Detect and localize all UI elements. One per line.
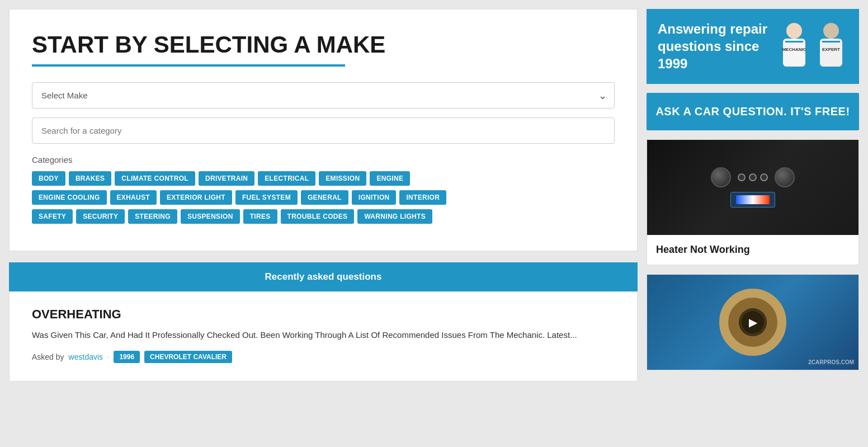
sidebar: Answering repair questions since 1999 ME…: [647, 9, 859, 382]
tag-exhaust[interactable]: EXHAUST: [110, 190, 157, 205]
categories-label: Categories: [32, 155, 615, 164]
select-make-dropdown[interactable]: Select Make Acura Audi BMW Chevrolet For…: [32, 82, 615, 109]
tag-security[interactable]: SECURITY: [76, 209, 125, 224]
person1-icon: MECHANIC: [777, 22, 811, 71]
tag-climate-control[interactable]: CLIMATE CONTROL: [115, 171, 195, 186]
question-excerpt: Was Given This Car, And Had It Professio…: [32, 328, 615, 342]
tag-steering[interactable]: STEERING: [128, 209, 177, 224]
brake-card: ▶ 2CARPROS.COM: [647, 274, 859, 370]
title-underline: [32, 64, 345, 67]
meta-dot: ·: [107, 353, 109, 361]
author-link[interactable]: westdavis: [69, 352, 103, 361]
categories-tags-row2: ENGINE COOLING EXHAUST EXTERIOR LIGHT FU…: [32, 190, 615, 205]
sidebar-banner: Answering repair questions since 1999 ME…: [647, 9, 859, 84]
person2-icon: EXPERT: [814, 22, 848, 71]
svg-point-0: [786, 23, 802, 39]
svg-text:MECHANIC: MECHANIC: [782, 47, 806, 52]
tag-drivetrain[interactable]: DRIVETRAIN: [199, 171, 254, 186]
main-content: START BY SELECTING A MAKE Select Make Ac…: [9, 9, 638, 382]
watermark: 2CARPROS.COM: [808, 359, 854, 365]
heater-controls-image: [647, 140, 858, 235]
tag-warning-lights[interactable]: WARNING LIGHTS: [357, 209, 432, 224]
tag-exterior-light[interactable]: EXTERIOR LIGHT: [160, 190, 232, 205]
svg-rect-6: [822, 41, 840, 43]
brake-image: ▶ 2CARPROS.COM: [647, 275, 858, 370]
recently-asked-bar: Recently asked questions: [9, 262, 638, 291]
tag-general[interactable]: GENERAL: [301, 190, 348, 205]
svg-point-4: [823, 23, 839, 39]
tag-trouble-codes[interactable]: TROUBLE CODES: [281, 209, 355, 224]
tag-interior[interactable]: INTERIOR: [399, 190, 446, 205]
question-title[interactable]: OVERHEATING: [32, 307, 615, 322]
select-make-wrapper: Select Make Acura Audi BMW Chevrolet For…: [32, 82, 615, 109]
heater-card-title[interactable]: Heater Not Working: [647, 235, 858, 265]
categories-tags-row3: SAFETY SECURITY STEERING SUSPENSION TIRE…: [32, 209, 615, 224]
year-badge[interactable]: 1996: [114, 351, 140, 363]
svg-rect-5: [820, 39, 842, 67]
tag-ignition[interactable]: IGNITION: [352, 190, 397, 205]
tag-body[interactable]: BODY: [32, 171, 65, 186]
tag-suspension[interactable]: SUSPENSION: [181, 209, 240, 224]
tag-emission[interactable]: EMISSION: [319, 171, 366, 186]
tag-fuel-system[interactable]: FUEL SYSTEM: [235, 190, 298, 205]
page-title: START BY SELECTING A MAKE: [32, 32, 615, 58]
make-selection-card: START BY SELECTING A MAKE Select Make Ac…: [9, 9, 638, 251]
tag-tires[interactable]: TIRES: [243, 209, 277, 224]
question-card: OVERHEATING Was Given This Car, And Had …: [9, 291, 638, 382]
svg-rect-2: [785, 41, 803, 43]
svg-text:EXPERT: EXPERT: [822, 47, 840, 52]
categories-tags: BODY BRAKES CLIMATE CONTROL DRIVETRAIN E…: [32, 171, 615, 186]
tag-engine[interactable]: ENGINE: [370, 171, 410, 186]
tag-electrical[interactable]: ELECTRICAL: [258, 171, 315, 186]
heater-card: Heater Not Working: [647, 139, 859, 265]
heater-image: [647, 140, 858, 235]
make-model-badge[interactable]: CHEVROLET CAVALIER: [144, 351, 232, 363]
tag-safety[interactable]: SAFETY: [32, 209, 73, 224]
tag-engine-cooling[interactable]: ENGINE COOLING: [32, 190, 107, 205]
asked-by-label: Asked by: [32, 352, 64, 361]
ask-question-button[interactable]: ASK A CAR QUESTION. IT'S FREE!: [647, 93, 859, 130]
svg-rect-1: [783, 39, 805, 67]
banner-people: MECHANIC EXPERT: [777, 22, 848, 71]
question-meta: Asked by westdavis · 1996 CHEVROLET CAVA…: [32, 351, 615, 363]
play-button-overlay[interactable]: ▶: [739, 308, 767, 336]
tag-brakes[interactable]: BRAKES: [69, 171, 111, 186]
banner-text: Answering repair questions since 1999: [658, 20, 772, 73]
search-category-input[interactable]: [32, 117, 615, 144]
